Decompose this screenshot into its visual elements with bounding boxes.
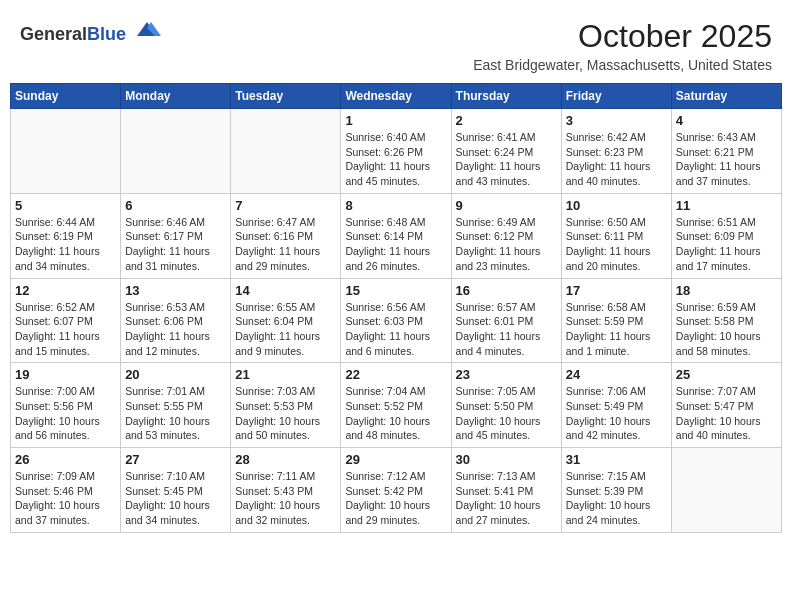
day-info: Sunrise: 7:05 AM Sunset: 5:50 PM Dayligh… — [456, 384, 557, 443]
calendar-cell: 14Sunrise: 6:55 AM Sunset: 6:04 PM Dayli… — [231, 278, 341, 363]
calendar-cell: 7Sunrise: 6:47 AM Sunset: 6:16 PM Daylig… — [231, 193, 341, 278]
calendar-cell: 18Sunrise: 6:59 AM Sunset: 5:58 PM Dayli… — [671, 278, 781, 363]
calendar-cell — [231, 109, 341, 194]
calendar-cell: 20Sunrise: 7:01 AM Sunset: 5:55 PM Dayli… — [121, 363, 231, 448]
weekday-header: Friday — [561, 84, 671, 109]
logo: GeneralBlue — [20, 18, 161, 45]
weekday-header: Saturday — [671, 84, 781, 109]
month-title: October 2025 — [473, 18, 772, 55]
day-number: 15 — [345, 283, 446, 298]
day-number: 24 — [566, 367, 667, 382]
day-number: 31 — [566, 452, 667, 467]
calendar-cell — [671, 448, 781, 533]
day-info: Sunrise: 6:52 AM Sunset: 6:07 PM Dayligh… — [15, 300, 116, 359]
logo-general: General — [20, 24, 87, 44]
calendar-cell: 22Sunrise: 7:04 AM Sunset: 5:52 PM Dayli… — [341, 363, 451, 448]
day-info: Sunrise: 7:10 AM Sunset: 5:45 PM Dayligh… — [125, 469, 226, 528]
day-number: 13 — [125, 283, 226, 298]
day-info: Sunrise: 7:12 AM Sunset: 5:42 PM Dayligh… — [345, 469, 446, 528]
day-info: Sunrise: 7:13 AM Sunset: 5:41 PM Dayligh… — [456, 469, 557, 528]
day-number: 7 — [235, 198, 336, 213]
day-number: 12 — [15, 283, 116, 298]
calendar-cell: 13Sunrise: 6:53 AM Sunset: 6:06 PM Dayli… — [121, 278, 231, 363]
logo-icon — [133, 18, 161, 40]
title-area: October 2025 East Bridgewater, Massachus… — [473, 18, 772, 73]
day-info: Sunrise: 6:48 AM Sunset: 6:14 PM Dayligh… — [345, 215, 446, 274]
weekday-header: Tuesday — [231, 84, 341, 109]
day-number: 22 — [345, 367, 446, 382]
calendar-table: SundayMondayTuesdayWednesdayThursdayFrid… — [10, 83, 782, 533]
day-info: Sunrise: 7:11 AM Sunset: 5:43 PM Dayligh… — [235, 469, 336, 528]
calendar-week-row: 19Sunrise: 7:00 AM Sunset: 5:56 PM Dayli… — [11, 363, 782, 448]
calendar-cell: 19Sunrise: 7:00 AM Sunset: 5:56 PM Dayli… — [11, 363, 121, 448]
calendar-cell: 23Sunrise: 7:05 AM Sunset: 5:50 PM Dayli… — [451, 363, 561, 448]
calendar-cell: 11Sunrise: 6:51 AM Sunset: 6:09 PM Dayli… — [671, 193, 781, 278]
day-info: Sunrise: 7:15 AM Sunset: 5:39 PM Dayligh… — [566, 469, 667, 528]
day-info: Sunrise: 7:07 AM Sunset: 5:47 PM Dayligh… — [676, 384, 777, 443]
day-number: 19 — [15, 367, 116, 382]
day-info: Sunrise: 6:58 AM Sunset: 5:59 PM Dayligh… — [566, 300, 667, 359]
calendar-cell: 30Sunrise: 7:13 AM Sunset: 5:41 PM Dayli… — [451, 448, 561, 533]
day-info: Sunrise: 6:47 AM Sunset: 6:16 PM Dayligh… — [235, 215, 336, 274]
location: East Bridgewater, Massachusetts, United … — [473, 57, 772, 73]
calendar-cell: 3Sunrise: 6:42 AM Sunset: 6:23 PM Daylig… — [561, 109, 671, 194]
calendar-cell: 17Sunrise: 6:58 AM Sunset: 5:59 PM Dayli… — [561, 278, 671, 363]
calendar-cell: 5Sunrise: 6:44 AM Sunset: 6:19 PM Daylig… — [11, 193, 121, 278]
day-info: Sunrise: 6:40 AM Sunset: 6:26 PM Dayligh… — [345, 130, 446, 189]
calendar-cell: 16Sunrise: 6:57 AM Sunset: 6:01 PM Dayli… — [451, 278, 561, 363]
day-number: 30 — [456, 452, 557, 467]
day-number: 14 — [235, 283, 336, 298]
day-number: 1 — [345, 113, 446, 128]
day-info: Sunrise: 6:50 AM Sunset: 6:11 PM Dayligh… — [566, 215, 667, 274]
day-info: Sunrise: 6:49 AM Sunset: 6:12 PM Dayligh… — [456, 215, 557, 274]
calendar-week-row: 12Sunrise: 6:52 AM Sunset: 6:07 PM Dayli… — [11, 278, 782, 363]
calendar-cell: 24Sunrise: 7:06 AM Sunset: 5:49 PM Dayli… — [561, 363, 671, 448]
weekday-header: Wednesday — [341, 84, 451, 109]
day-number: 16 — [456, 283, 557, 298]
calendar-cell: 21Sunrise: 7:03 AM Sunset: 5:53 PM Dayli… — [231, 363, 341, 448]
calendar-cell: 25Sunrise: 7:07 AM Sunset: 5:47 PM Dayli… — [671, 363, 781, 448]
calendar-week-row: 1Sunrise: 6:40 AM Sunset: 6:26 PM Daylig… — [11, 109, 782, 194]
day-info: Sunrise: 7:06 AM Sunset: 5:49 PM Dayligh… — [566, 384, 667, 443]
day-number: 26 — [15, 452, 116, 467]
day-info: Sunrise: 6:59 AM Sunset: 5:58 PM Dayligh… — [676, 300, 777, 359]
calendar-cell: 8Sunrise: 6:48 AM Sunset: 6:14 PM Daylig… — [341, 193, 451, 278]
day-number: 10 — [566, 198, 667, 213]
day-number: 2 — [456, 113, 557, 128]
calendar-cell: 1Sunrise: 6:40 AM Sunset: 6:26 PM Daylig… — [341, 109, 451, 194]
calendar-cell: 27Sunrise: 7:10 AM Sunset: 5:45 PM Dayli… — [121, 448, 231, 533]
day-number: 21 — [235, 367, 336, 382]
day-number: 11 — [676, 198, 777, 213]
calendar-cell: 9Sunrise: 6:49 AM Sunset: 6:12 PM Daylig… — [451, 193, 561, 278]
day-number: 3 — [566, 113, 667, 128]
calendar-cell: 6Sunrise: 6:46 AM Sunset: 6:17 PM Daylig… — [121, 193, 231, 278]
calendar-cell: 26Sunrise: 7:09 AM Sunset: 5:46 PM Dayli… — [11, 448, 121, 533]
calendar-cell: 31Sunrise: 7:15 AM Sunset: 5:39 PM Dayli… — [561, 448, 671, 533]
calendar-cell: 4Sunrise: 6:43 AM Sunset: 6:21 PM Daylig… — [671, 109, 781, 194]
day-info: Sunrise: 7:03 AM Sunset: 5:53 PM Dayligh… — [235, 384, 336, 443]
day-info: Sunrise: 6:56 AM Sunset: 6:03 PM Dayligh… — [345, 300, 446, 359]
weekday-header-row: SundayMondayTuesdayWednesdayThursdayFrid… — [11, 84, 782, 109]
day-number: 18 — [676, 283, 777, 298]
day-number: 5 — [15, 198, 116, 213]
calendar-cell — [121, 109, 231, 194]
day-info: Sunrise: 6:42 AM Sunset: 6:23 PM Dayligh… — [566, 130, 667, 189]
day-number: 27 — [125, 452, 226, 467]
calendar-cell: 2Sunrise: 6:41 AM Sunset: 6:24 PM Daylig… — [451, 109, 561, 194]
logo-blue: Blue — [87, 24, 126, 44]
day-number: 4 — [676, 113, 777, 128]
day-info: Sunrise: 6:51 AM Sunset: 6:09 PM Dayligh… — [676, 215, 777, 274]
day-info: Sunrise: 7:00 AM Sunset: 5:56 PM Dayligh… — [15, 384, 116, 443]
day-number: 29 — [345, 452, 446, 467]
day-number: 6 — [125, 198, 226, 213]
day-info: Sunrise: 7:01 AM Sunset: 5:55 PM Dayligh… — [125, 384, 226, 443]
day-info: Sunrise: 7:09 AM Sunset: 5:46 PM Dayligh… — [15, 469, 116, 528]
calendar-cell: 29Sunrise: 7:12 AM Sunset: 5:42 PM Dayli… — [341, 448, 451, 533]
day-number: 9 — [456, 198, 557, 213]
page-header: GeneralBlue October 2025 East Bridgewate… — [10, 10, 782, 77]
day-number: 17 — [566, 283, 667, 298]
day-info: Sunrise: 6:53 AM Sunset: 6:06 PM Dayligh… — [125, 300, 226, 359]
day-number: 8 — [345, 198, 446, 213]
weekday-header: Sunday — [11, 84, 121, 109]
weekday-header: Monday — [121, 84, 231, 109]
